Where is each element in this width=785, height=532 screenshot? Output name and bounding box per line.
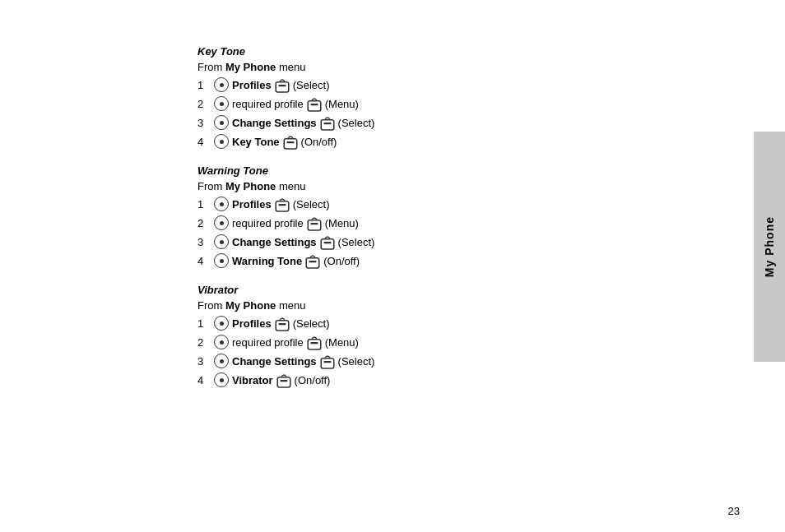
section-title-key-tone: Key Tone <box>197 45 732 58</box>
side-tab-my-phone: My Phone <box>754 132 785 362</box>
step-item: 4 Vibrator (On/off) <box>197 372 732 388</box>
step-item: 3 Change Settings (Select) <box>197 353 732 369</box>
step-item: 4 Key Tone (On/off) <box>197 133 732 150</box>
svg-rect-7 <box>286 141 294 143</box>
svg-rect-8 <box>276 201 289 211</box>
step-number: 1 <box>197 198 211 210</box>
svg-rect-18 <box>308 340 321 349</box>
step-action: (Menu) <box>325 336 359 349</box>
step-action: (On/off) <box>295 374 331 386</box>
softkey-icon <box>306 215 323 231</box>
from-line-warning-tone: From My Phone menu <box>197 180 732 192</box>
section-key-tone: Key Tone From My Phone menu 1 Profiles ( <box>197 45 732 150</box>
step-label: Vibrator <box>232 374 273 386</box>
softkey-icon <box>319 353 336 369</box>
svg-rect-22 <box>277 377 290 387</box>
svg-rect-10 <box>308 220 321 230</box>
step-list-vibrator: 1 Profiles (Select) 2 <box>197 315 732 388</box>
step-number: 1 <box>197 317 211 330</box>
step-label: Profiles <box>232 317 272 330</box>
nav-disc-icon <box>213 114 230 131</box>
svg-rect-15 <box>309 261 317 262</box>
step-item: 3 Change Settings (Select) <box>197 114 732 131</box>
section-warning-tone: Warning Tone From My Phone menu 1 Profil… <box>197 164 732 269</box>
side-tab-label: My Phone <box>763 216 776 277</box>
svg-rect-1 <box>278 85 286 86</box>
svg-rect-4 <box>321 120 334 130</box>
svg-rect-12 <box>321 239 334 249</box>
svg-rect-5 <box>323 123 331 124</box>
softkey-icon <box>306 95 323 112</box>
step-number: 2 <box>197 336 211 349</box>
step-item: 2 required profile (Menu) <box>197 215 732 231</box>
step-action: (Select) <box>338 236 375 248</box>
step-label: required profile <box>232 217 304 229</box>
step-item: 3 Change Settings (Select) <box>197 234 732 250</box>
svg-rect-11 <box>310 223 318 224</box>
softkey-icon <box>274 315 290 331</box>
svg-rect-6 <box>284 139 297 149</box>
section-title-vibrator: Vibrator <box>197 284 732 296</box>
step-action: (On/off) <box>301 136 337 148</box>
svg-rect-17 <box>278 323 286 325</box>
svg-rect-23 <box>280 380 287 382</box>
step-label: Change Settings <box>232 236 317 248</box>
step-label: Profiles <box>232 79 272 91</box>
step-label: Key Tone <box>232 136 280 148</box>
nav-disc-icon <box>213 95 230 112</box>
nav-disc-icon <box>213 334 230 350</box>
step-action: (Select) <box>293 198 330 210</box>
softkey-icon <box>319 114 336 131</box>
nav-disc-icon <box>213 315 230 331</box>
softkey-icon <box>319 234 336 250</box>
nav-disc-icon <box>213 196 230 212</box>
svg-rect-21 <box>323 361 331 363</box>
step-number: 3 <box>197 355 211 368</box>
softkey-icon <box>304 252 321 269</box>
step-number: 4 <box>197 255 211 267</box>
step-item: 2 required profile (Menu) <box>197 95 732 112</box>
step-action: (Select) <box>338 355 375 368</box>
step-list-key-tone: 1 Profiles (Select) 2 <box>197 76 732 150</box>
step-item: 1 Profiles (Select) <box>197 76 732 93</box>
step-label: Warning Tone <box>232 255 302 267</box>
softkey-icon <box>274 196 290 212</box>
nav-disc-icon <box>213 372 230 388</box>
step-action: (Menu) <box>325 98 359 110</box>
page-number: 23 <box>728 505 740 517</box>
from-line-vibrator: From My Phone menu <box>197 299 732 312</box>
nav-disc-icon <box>213 76 230 93</box>
step-number: 2 <box>197 98 211 110</box>
svg-rect-0 <box>276 82 289 92</box>
svg-rect-9 <box>278 204 286 206</box>
step-item: 2 required profile (Menu) <box>197 334 732 350</box>
step-list-warning-tone: 1 Profiles (Select) 2 <box>197 196 732 269</box>
svg-rect-3 <box>310 104 318 105</box>
softkey-icon <box>274 76 290 93</box>
step-label: Change Settings <box>232 117 317 129</box>
svg-rect-13 <box>323 242 331 243</box>
softkey-icon <box>276 372 292 388</box>
step-number: 3 <box>197 236 211 248</box>
step-number: 1 <box>197 79 211 91</box>
step-action: (Menu) <box>325 217 359 229</box>
step-label: required profile <box>232 336 304 349</box>
step-item: 1 Profiles (Select) <box>197 196 732 212</box>
step-label: Change Settings <box>232 355 317 368</box>
step-number: 4 <box>197 136 211 148</box>
main-content: Key Tone From My Phone menu 1 Profiles ( <box>197 45 732 403</box>
from-line-key-tone: From My Phone menu <box>197 61 732 73</box>
nav-disc-icon <box>213 252 230 269</box>
step-number: 2 <box>197 217 211 229</box>
svg-rect-16 <box>276 321 289 331</box>
section-vibrator: Vibrator From My Phone menu 1 Profiles ( <box>197 284 732 388</box>
svg-rect-14 <box>306 258 319 268</box>
step-action: (Select) <box>293 317 330 330</box>
softkey-icon <box>306 334 323 350</box>
step-action: (Select) <box>338 117 375 129</box>
svg-rect-19 <box>310 342 318 344</box>
svg-rect-20 <box>321 359 334 368</box>
nav-disc-icon <box>213 133 230 150</box>
softkey-icon <box>282 133 299 150</box>
nav-disc-icon <box>213 353 230 369</box>
